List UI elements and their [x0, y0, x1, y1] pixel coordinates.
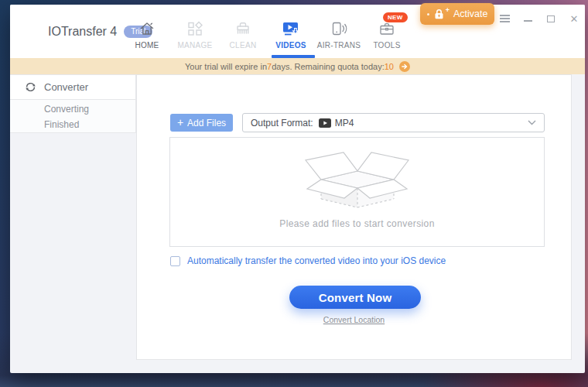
title-bar: IOTransfer 4 Trial HOME MAN	[10, 5, 585, 58]
add-files-label: Add Files	[187, 118, 226, 128]
sidebar-item-finished[interactable]: Finished	[10, 117, 135, 132]
minimize-icon[interactable]	[522, 13, 533, 24]
nav-tab-videos[interactable]: VIDEOS	[267, 18, 315, 50]
maximize-icon[interactable]	[545, 13, 556, 24]
new-badge: NEW	[383, 12, 408, 22]
app-title: IOTransfer 4	[48, 25, 117, 39]
close-icon[interactable]: ✕	[569, 13, 579, 24]
banner-text: Your trial will expire in	[185, 62, 267, 71]
nav-tab-manage[interactable]: MANAGE	[171, 18, 219, 50]
empty-state-message: Please add files to start conversion	[170, 218, 544, 229]
window-controls: ✕	[487, 13, 579, 24]
auto-transfer-row: Automatically transfer the converted vid…	[170, 255, 446, 266]
sidebar-item-converting[interactable]: Converting	[10, 101, 135, 117]
home-icon	[138, 18, 156, 38]
nav-tab-air-trans[interactable]: AIR-TRANS	[315, 18, 363, 50]
nav-tab-home[interactable]: HOME	[123, 18, 171, 50]
plus-icon: +	[177, 116, 183, 128]
lock-icon	[434, 9, 444, 19]
air-trans-icon	[329, 18, 349, 38]
clean-icon	[234, 18, 252, 38]
nav-tab-clean[interactable]: CLEAN	[219, 18, 267, 50]
activate-button[interactable]: + Activate	[420, 3, 494, 25]
manage-icon	[186, 18, 204, 38]
menu-icon[interactable]	[499, 13, 510, 24]
main-nav: HOME MANAGE	[123, 18, 411, 50]
file-drop-area[interactable]: Please add files to start conversion	[169, 137, 545, 247]
chevron-down-icon	[528, 120, 536, 125]
nav-tab-tools[interactable]: NEW TOOLS	[363, 18, 411, 50]
sync-icon	[25, 81, 36, 93]
banner-quota: 10	[385, 62, 394, 71]
converter-panel: + Add Files Output Format: MP4	[136, 74, 572, 360]
sidebar-section-label: Converter	[44, 81, 88, 93]
empty-box-icon	[292, 144, 423, 218]
banner-text-2: days. Remaining quota today:	[272, 62, 385, 71]
output-format-label: Output Format:	[251, 118, 313, 128]
app-window: IOTransfer 4 Trial HOME MAN	[10, 5, 585, 373]
convert-now-button[interactable]: Convert Now	[289, 286, 421, 309]
video-format-icon	[319, 118, 331, 128]
output-format-dropdown[interactable]: Output Format: MP4	[242, 113, 545, 132]
sidebar-sublist: Converting Finished	[10, 100, 136, 133]
dot-icon	[427, 13, 429, 15]
auto-transfer-label[interactable]: Automatically transfer the converted vid…	[187, 255, 446, 266]
arrow-right-icon	[402, 63, 408, 70]
auto-transfer-checkbox[interactable]	[170, 256, 180, 266]
sidebar-section-converter[interactable]: Converter	[10, 74, 136, 100]
trial-banner: Your trial will expire in 7 days. Remain…	[10, 58, 585, 74]
videos-icon	[281, 18, 301, 38]
banner-arrow-button[interactable]	[399, 61, 410, 72]
output-format-value: MP4	[335, 118, 354, 128]
plus-icon: +	[446, 6, 450, 14]
add-files-button[interactable]: + Add Files	[170, 114, 233, 132]
convert-location-link[interactable]: Convert Location	[137, 315, 571, 324]
